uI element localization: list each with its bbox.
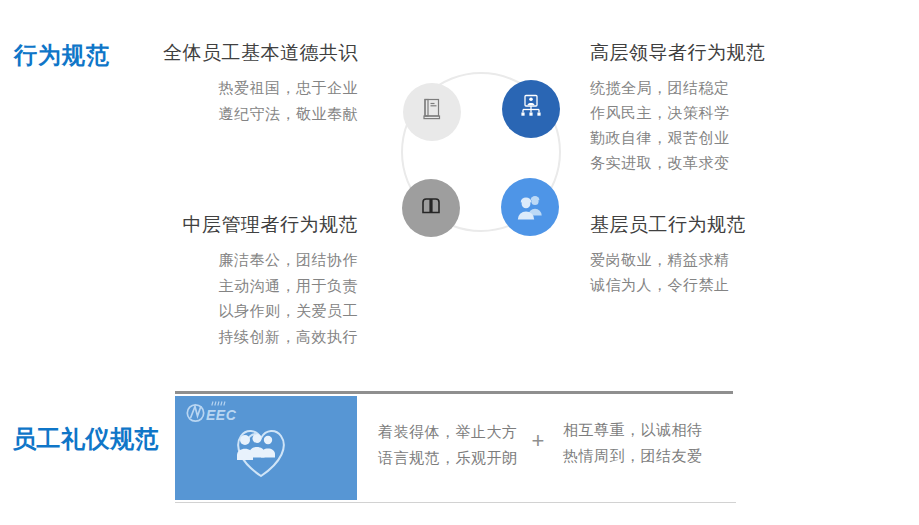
heart-with-people-icon xyxy=(227,419,295,481)
group-line: 以身作则，关爱员工 xyxy=(160,298,358,324)
node-all-staff xyxy=(403,83,461,141)
open-book-icon xyxy=(416,191,446,225)
closed-book-icon xyxy=(417,95,447,129)
group-line: 主动沟通，用于负责 xyxy=(160,273,358,299)
group-lines: 爱岗敬业，精益求精 诚信为人，令行禁止 xyxy=(590,247,746,297)
node-middle-managers xyxy=(402,179,460,237)
workers-icon xyxy=(514,189,546,225)
org-chart-icon xyxy=(516,92,546,126)
slide-canvas: 行为规范 全体员工基本道德共识 热爱祖国，忠于企业 遵纪守法，敬业奉献 高层领导… xyxy=(0,0,919,525)
group-lines: 统揽全局，团结稳定 作风民主，决策科学 勤政自律，艰苦创业 务实进取，改革求变 xyxy=(590,75,766,175)
etiquette-section-title: 员工礼仪规范 xyxy=(12,423,159,455)
etiquette-blue-box: EEC xyxy=(175,396,357,500)
group-line: 诚信为人，令行禁止 xyxy=(590,272,746,297)
group-line: 勤政自律，艰苦创业 xyxy=(590,125,766,150)
group-heading: 高层领导者行为规范 xyxy=(590,40,766,66)
group-line: 廉洁奉公，团结协作 xyxy=(160,247,358,273)
group-line: 统揽全局，团结稳定 xyxy=(590,75,766,100)
group-lines: 热爱祖国，忠于企业 遵纪守法，敬业奉献 xyxy=(160,75,358,126)
etiquette-line: 语言规范，乐观开朗 xyxy=(378,445,518,471)
behavior-section-title: 行为规范 xyxy=(14,40,110,71)
group-line: 作风民主，决策科学 xyxy=(590,100,766,125)
etiquette-line: 热情周到，团结友爱 xyxy=(563,443,703,469)
band-bottom-rule xyxy=(175,502,736,503)
group-lines: 廉洁奉公，团结协作 主动沟通，用于负责 以身作则，关爱员工 持续创新，高效执行 xyxy=(160,247,358,349)
group-heading: 中层管理者行为规范 xyxy=(160,212,358,238)
node-senior-leaders xyxy=(502,80,560,138)
group-senior-leaders: 高层领导者行为规范 统揽全局，团结稳定 作风民主，决策科学 勤政自律，艰苦创业 … xyxy=(590,40,766,175)
etiquette-left-lines: 着装得体，举止大方 语言规范，乐观开朗 xyxy=(378,419,518,471)
group-line: 遵纪守法，敬业奉献 xyxy=(160,101,358,127)
group-base-employees: 基层员工行为规范 爱岗敬业，精益求精 诚信为人，令行禁止 xyxy=(590,212,746,297)
group-all-staff: 全体员工基本道德共识 热爱祖国，忠于企业 遵纪守法，敬业奉献 xyxy=(160,40,358,126)
group-heading: 全体员工基本道德共识 xyxy=(160,40,358,66)
group-line: 持续创新，高效执行 xyxy=(160,324,358,350)
plus-separator: + xyxy=(527,428,549,454)
group-line: 爱岗敬业，精益求精 xyxy=(590,247,746,272)
band-top-border xyxy=(175,391,733,394)
group-line: 热爱祖国，忠于企业 xyxy=(160,75,358,101)
group-middle-managers: 中层管理者行为规范 廉洁奉公，团结协作 主动沟通，用于负责 以身作则，关爱员工 … xyxy=(160,212,358,349)
etiquette-right-lines: 相互尊重，以诚相待 热情周到，团结友爱 xyxy=(563,417,703,469)
node-base-employees xyxy=(501,178,559,236)
group-line: 务实进取，改革求变 xyxy=(590,150,766,175)
etiquette-line: 相互尊重，以诚相待 xyxy=(563,417,703,443)
etiquette-line: 着装得体，举止大方 xyxy=(378,419,518,445)
group-heading: 基层员工行为规范 xyxy=(590,212,746,238)
